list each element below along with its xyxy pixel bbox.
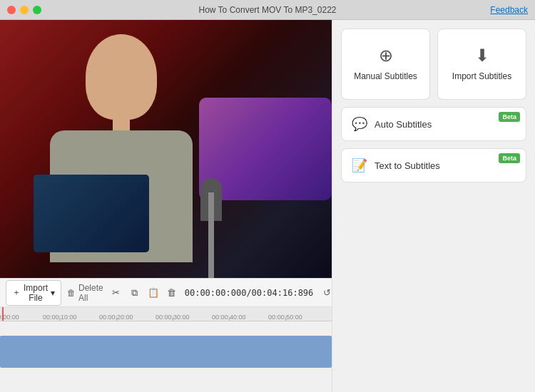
paste-icon[interactable]: 📋 [146,286,160,300]
video-placeholder [0,20,332,278]
timecode-display: 00:00:00:000/00:04:16:896 [185,288,314,298]
scissors-icon[interactable]: ✂ [109,286,123,300]
main-content: ＋ Import File ▾ 🗑 Delete All ✂ ⧉ 📋 🗑 00:… [0,20,535,392]
toolbar-icons: ✂ ⧉ 📋 🗑 [109,286,179,300]
import-subtitles-card[interactable]: ⬇ Import Subtitles [437,29,526,100]
copy-icon[interactable]: ⧉ [128,286,142,300]
ruler-tick-3: 00:00:30:00 [156,314,190,321]
text-to-subtitles-label: Text to Subtitles [374,160,516,171]
video-area[interactable] [0,20,332,278]
timeline-clip[interactable] [0,336,332,368]
ruler-tick-4: 00:00:40:00 [212,314,246,321]
maximize-button[interactable] [33,6,41,14]
video-background [0,20,332,278]
person-body [50,130,193,262]
title-bar: How To Convert MOV To MP3_0222 Feedback [0,0,535,20]
import-dropdown-icon[interactable]: ▾ [51,288,55,298]
timeline-track[interactable] [0,329,332,371]
auto-subtitles-label: Auto Subtitles [374,119,516,130]
right-panel: ⊕ Manual Subtitles ⬇ Import Subtitles 💬 … [332,20,535,392]
minimize-button[interactable] [20,6,29,14]
video-toolbar: ＋ Import File ▾ 🗑 Delete All ✂ ⧉ 📋 🗑 00:… [0,278,332,306]
timeline-ruler: 00:00:00:00 00:00:10:00 00:00:20:00 00:0… [0,307,332,321]
window-title: How To Convert MOV To MP3_0222 [199,5,337,15]
microphone [190,150,233,278]
ruler-tick-2: 00:00:20:00 [99,314,133,321]
mic-stand [208,192,214,278]
left-panel: ＋ Import File ▾ 🗑 Delete All ✂ ⧉ 📋 🗑 00:… [0,20,332,392]
person-shape [36,20,214,262]
text-to-subtitles-icon: 📝 [352,158,367,173]
delete-all-label: Delete All [78,283,103,303]
text-to-subtitles-beta-badge: Beta [499,153,520,163]
ruler-tick-1: 00:00:10:00 [43,314,77,321]
ruler-tick-5: 00:00:50:00 [268,314,302,321]
download-icon: ⬇ [475,46,489,66]
import-file-label: Import File [24,283,48,303]
manual-subtitles-label: Manual Subtitles [354,71,417,83]
delete-icon[interactable]: 🗑 [165,286,179,300]
text-to-subtitles-row[interactable]: 📝 Text to Subtitles Beta [341,148,526,182]
plus-circle-icon: ⊕ [379,46,393,66]
import-subtitles-label: Import Subtitles [452,71,511,83]
delete-all-button[interactable]: 🗑 Delete All [67,283,103,303]
manual-subtitles-card[interactable]: ⊕ Manual Subtitles [341,29,430,100]
import-file-button[interactable]: ＋ Import File ▾ [6,280,61,306]
traffic-lights [7,6,41,14]
person-head [86,34,157,120]
auto-subtitles-beta-badge: Beta [499,112,520,122]
close-button[interactable] [7,6,16,14]
auto-subtitles-icon: 💬 [352,116,367,132]
plus-icon: ＋ [12,287,21,299]
timeline-area[interactable]: 00:00:00:00 00:00:10:00 00:00:20:00 00:0… [0,306,332,392]
subtitle-cards-grid: ⊕ Manual Subtitles ⬇ Import Subtitles [341,29,526,100]
auto-subtitles-row[interactable]: 💬 Auto Subtitles Beta [341,107,526,141]
playhead[interactable] [2,307,4,321]
trash-icon: 🗑 [67,288,76,298]
feedback-link[interactable]: Feedback [490,5,528,15]
